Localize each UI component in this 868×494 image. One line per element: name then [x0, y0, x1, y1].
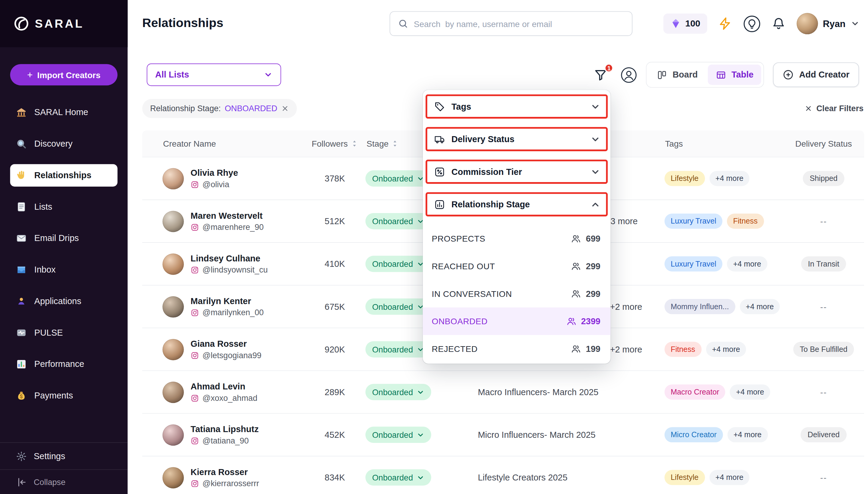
table-row[interactable]: Ahmad Levin @xoxo_ahmad 289K Onboarded M… — [142, 371, 864, 414]
stage-pill[interactable]: Onboarded — [365, 469, 431, 486]
filter-section-commission-tier[interactable]: Commission Tier — [426, 159, 608, 184]
sidebar-settings-button[interactable]: Settings — [0, 442, 128, 469]
creator-name[interactable]: Maren Westervelt — [191, 211, 264, 221]
stage-option-rejected[interactable]: REJECTED 199 — [423, 335, 611, 363]
tag-pill[interactable]: +4 more — [706, 342, 746, 357]
stage-cell: Onboarded — [364, 469, 477, 486]
stage-option-in-conversation[interactable]: IN CONVERSATION 299 — [423, 280, 611, 308]
creator-cell: Lindsey Culhane @lindsyownsit_cu — [142, 253, 305, 274]
stage-option-prospects[interactable]: PROSPECTS 699 — [423, 225, 611, 252]
tag-pill[interactable]: +4 more — [727, 427, 768, 443]
chevron-down-icon — [264, 70, 272, 79]
stage-pill[interactable]: Onboarded — [365, 384, 431, 400]
table-row[interactable]: Tatiana Lipshutz @tatiana_90 452K Onboar… — [142, 414, 864, 456]
creator-name[interactable]: Lindsey Culhane — [191, 253, 268, 264]
board-view-button[interactable]: Board — [649, 64, 706, 85]
filter-section-tags[interactable]: Tags — [426, 94, 608, 118]
boost-button[interactable] — [718, 17, 732, 30]
stage-pill[interactable]: Onboarded — [365, 298, 431, 315]
notifications-button[interactable] — [772, 17, 785, 30]
sidebar-item-lists[interactable]: Lists — [10, 196, 117, 218]
creator-handle[interactable]: @olivia — [191, 180, 238, 189]
clear-filters-button[interactable]: Clear Filters — [805, 104, 864, 113]
sidebar-item-label: Performance — [34, 359, 84, 369]
stage-pill[interactable]: Onboarded — [365, 213, 431, 229]
tag-pill[interactable]: Macro Creator — [664, 384, 725, 400]
creator-handle[interactable]: @marenhere_90 — [191, 223, 264, 232]
tag-pill[interactable]: Micro Creator — [664, 427, 723, 443]
creator-handle[interactable]: @letsgogiana99 — [191, 351, 262, 360]
creator-name[interactable]: Olivia Rhye — [191, 168, 238, 178]
stage-pill[interactable]: Onboarded — [365, 341, 431, 357]
all-lists-dropdown[interactable]: All Lists — [147, 63, 281, 86]
stage-pill[interactable]: Onboarded — [365, 256, 431, 272]
ideas-button[interactable] — [743, 15, 760, 33]
filter-funnel-button[interactable]: 1 — [594, 66, 612, 84]
users-icon — [571, 343, 582, 354]
sidebar-item-discovery[interactable]: Discovery — [10, 133, 117, 155]
creator-handle[interactable]: @lindsyownsit_cu — [191, 265, 268, 274]
creator-handle[interactable]: @kierrarosserrr — [191, 479, 259, 488]
tag-pill[interactable]: Lifestyle — [664, 171, 705, 186]
import-creators-button[interactable]: + Import Creators — [10, 64, 117, 86]
stage-option-onboarded[interactable]: ONBOARDED 2399 — [423, 307, 611, 335]
creator-name[interactable]: Giana Rosser — [191, 339, 262, 349]
instagram-icon — [191, 308, 199, 317]
tag-pill[interactable]: +4 more — [730, 384, 770, 400]
tag-pill[interactable]: Lifestyle — [664, 470, 705, 485]
sidebar-item-saral-home[interactable]: SARAL Home — [10, 101, 117, 124]
sort-icon[interactable] — [391, 140, 398, 147]
tag-pill[interactable]: +4 more — [709, 171, 750, 186]
creator-name[interactable]: Kierra Rosser — [191, 467, 259, 477]
table-view-button[interactable]: Table — [708, 64, 761, 85]
creator-name[interactable]: Ahmad Levin — [191, 382, 257, 392]
remove-filter-icon[interactable] — [281, 104, 289, 112]
sort-icon[interactable] — [351, 140, 358, 147]
delivery-cell: Shipped — [783, 171, 864, 186]
user-avatar — [796, 13, 818, 34]
credits-badge[interactable]: 100 — [663, 14, 707, 34]
tag-pill[interactable]: +4 more — [709, 470, 750, 485]
profile-menu[interactable]: Ryan — [796, 13, 860, 34]
sidebar-item-inbox[interactable]: Inbox — [10, 259, 117, 281]
creator-name[interactable]: Marilyn Kenter — [191, 296, 264, 306]
instagram-icon — [191, 180, 199, 188]
app-logo[interactable]: SARAL — [0, 0, 128, 47]
page-title: Relationships — [142, 16, 223, 30]
creator-handle[interactable]: @xoxo_ahmad — [191, 393, 257, 402]
sidebar-item-performance[interactable]: Performance — [10, 353, 117, 376]
filter-section-relationship-stage[interactable]: Relationship Stage — [426, 192, 608, 216]
stage-option-reached-out[interactable]: REACHED OUT 299 — [423, 252, 611, 280]
search-input[interactable] — [414, 19, 624, 28]
sidebar-collapse-button[interactable]: Collapse — [0, 469, 128, 494]
filter-section-delivery-status[interactable]: Delivery Status — [426, 127, 608, 151]
sidebar-item-applications[interactable]: Applications — [10, 290, 117, 312]
creator-name[interactable]: Tatiana Lipshutz — [191, 424, 259, 435]
creator-handle[interactable]: @marilynken_00 — [191, 308, 264, 317]
table-row[interactable]: Kierra Rosser @kierrarosserrr 834K Onboa… — [142, 456, 864, 494]
sidebar-item-email-drips[interactable]: Email Drips — [10, 227, 117, 250]
sidebar-item-pulse[interactable]: PULSE — [10, 322, 117, 344]
tag-pill[interactable]: Luxury Travel — [664, 256, 722, 272]
sidebar-footer-label: Collapse — [34, 477, 65, 487]
topbar: Relationships 100 Ryan — [128, 0, 868, 47]
add-creator-button[interactable]: Add Creator — [773, 62, 859, 87]
stage-pill[interactable]: Onboarded — [365, 427, 431, 443]
filter-section-label: Tags — [451, 101, 471, 112]
stage-option-count: 699 — [571, 233, 601, 244]
tag-pill[interactable]: +4 more — [727, 256, 768, 272]
stage-cell: Onboarded — [364, 427, 477, 443]
tag-pill[interactable]: +4 more — [740, 299, 780, 314]
tag-pill[interactable]: Fitness — [664, 342, 701, 357]
tag-pill[interactable]: Luxury Travel — [664, 214, 722, 229]
sidebar-item-relationships[interactable]: Relationships — [10, 164, 117, 187]
tag-pill[interactable]: Fitness — [727, 214, 764, 229]
creator-handle[interactable]: @tatiana_90 — [191, 436, 259, 445]
sidebar-item-payments[interactable]: Payments — [10, 384, 117, 407]
assignee-filter-button[interactable] — [621, 67, 637, 83]
creator-avatar — [163, 381, 184, 403]
column-header-followers[interactable]: Followers — [305, 139, 364, 149]
stage-pill[interactable]: Onboarded — [365, 170, 431, 187]
chevron-up-icon — [590, 199, 601, 209]
tag-pill[interactable]: Mommy Influen... — [664, 299, 735, 314]
